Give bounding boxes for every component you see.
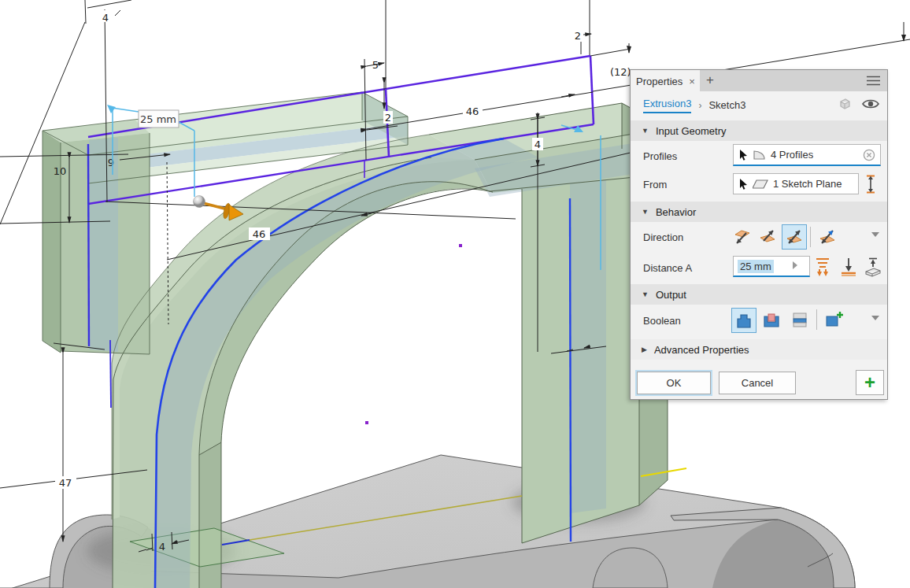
boolean-new-solid-button[interactable] (823, 308, 846, 331)
dim-5: 5 (372, 59, 379, 71)
visibility-eye-icon[interactable] (862, 98, 879, 110)
section-output[interactable]: ▼ Output (631, 284, 887, 305)
clear-selection-icon[interactable] (863, 149, 875, 161)
profiles-label: Profiles (643, 150, 677, 162)
dim-12-ref: (12) (610, 66, 631, 78)
dim-2-mid: 2 (385, 112, 391, 124)
distance-input[interactable]: 25 mm (733, 256, 810, 277)
panel-footer: OK Cancel + (631, 363, 887, 399)
from-label: From (643, 179, 667, 190)
cursor-icon (738, 178, 749, 190)
sketch-plane-icon (753, 179, 768, 190)
tab-add-icon[interactable]: + (706, 72, 714, 88)
flip-direction-icon[interactable] (813, 257, 832, 277)
boolean-cut-button[interactable] (760, 308, 783, 331)
profile-icon (753, 149, 766, 161)
from-selector[interactable]: 1 Sketch Plane (733, 173, 859, 194)
dim-4-top: 4 (102, 12, 109, 24)
profiles-selector[interactable]: 4 Profiles (733, 144, 881, 166)
menu-icon[interactable] (867, 76, 881, 86)
row-boolean: Boolean (631, 305, 887, 336)
breadcrumb: Extrusion3 › Sketch3 (631, 91, 887, 119)
dim-4-right: 4 (535, 139, 541, 150)
dim-9: 9 (108, 157, 114, 168)
new-feature-button[interactable]: + (856, 370, 884, 395)
boolean-dropdown-icon[interactable] (871, 316, 879, 320)
solid-body-icon[interactable] (837, 96, 853, 112)
distance-value: 25 mm (738, 260, 774, 273)
dim-47: 47 (59, 477, 72, 489)
tab-properties[interactable]: Properties × (631, 70, 700, 92)
dim-2-top: 2 (575, 30, 581, 42)
properties-panel: Properties × + Extrusion3 › Sketch3 ▼ In… (630, 69, 888, 400)
app-window: 4 5 2 46 2 9 10 46 4 47 4 (12) 25 mm Pro… (0, 0, 910, 588)
breadcrumb-separator: › (698, 100, 701, 111)
cursor-icon (738, 149, 749, 161)
ok-button[interactable]: OK (637, 372, 711, 394)
row-from: From 1 Sketch Plane (631, 171, 887, 198)
dim-46-mid: 46 (253, 228, 266, 240)
to-surface-icon[interactable] (840, 257, 857, 277)
row-direction: Direction (631, 222, 887, 253)
manipulator-sphere (194, 196, 205, 208)
distance-tooltip: 25 mm (139, 110, 179, 128)
extents-updown-icon[interactable] (865, 175, 876, 194)
direction-label: Direction (643, 231, 683, 243)
collapse-triangle-icon: ▼ (642, 290, 649, 298)
collapse-triangle-icon: ▼ (642, 208, 649, 216)
breadcrumb-sketch[interactable]: Sketch3 (708, 99, 745, 111)
row-profiles: Profiles 4 Profiles (631, 141, 887, 171)
row-distance: Distance A 25 mm (631, 253, 887, 283)
section-advanced[interactable]: ▶ Advanced Properties (631, 339, 887, 360)
boolean-intersect-button[interactable] (788, 308, 812, 331)
tab-close-icon[interactable]: × (689, 76, 695, 87)
section-behavior[interactable]: ▼ Behavior (631, 202, 887, 222)
dim-46-top: 46 (466, 105, 479, 117)
direction-flipped-button[interactable] (756, 226, 779, 248)
section-input-geometry[interactable]: ▼ Input Geometry (631, 120, 887, 141)
tab-properties-label: Properties (636, 76, 682, 87)
distance-from-face-icon[interactable] (864, 257, 882, 277)
boolean-label: Boolean (643, 315, 681, 327)
direction-dropdown-icon[interactable] (871, 232, 879, 237)
profiles-value: 4 Profiles (771, 149, 813, 161)
cancel-button[interactable]: Cancel (719, 372, 796, 394)
expand-triangle-icon: ▶ (642, 346, 647, 353)
dim-10: 10 (54, 165, 67, 177)
collapse-triangle-icon: ▼ (642, 127, 649, 135)
distance-label: Distance A (643, 262, 692, 274)
from-value: 1 Sketch Plane (773, 178, 842, 190)
svg-text:25 mm: 25 mm (140, 113, 176, 125)
direction-symmetric-button[interactable] (782, 224, 807, 250)
boolean-join-button[interactable] (731, 308, 756, 333)
breadcrumb-feature[interactable]: Extrusion3 (643, 98, 691, 113)
panel-tabbar: Properties × + (631, 70, 887, 92)
dim-4-bottom: 4 (159, 541, 165, 553)
direction-default-button[interactable] (731, 226, 753, 248)
direction-asymmetric-button[interactable] (816, 226, 838, 248)
distance-expand-icon[interactable] (793, 261, 797, 269)
